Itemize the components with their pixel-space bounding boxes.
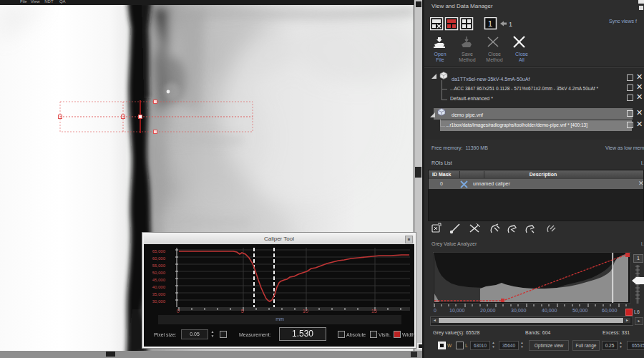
svg-text:1: 1 (509, 21, 512, 28)
svg-text:1: 1 (488, 19, 492, 28)
